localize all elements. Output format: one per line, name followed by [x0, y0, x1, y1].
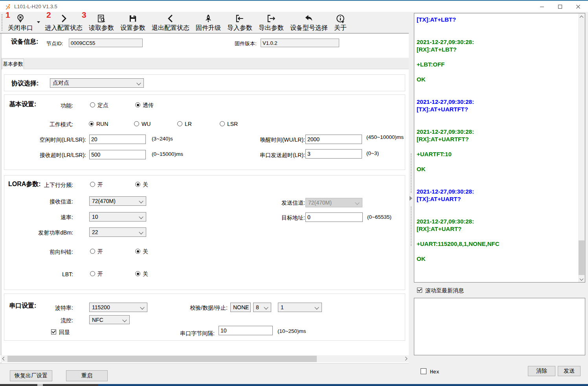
radio-mode-wu[interactable]	[134, 121, 139, 126]
radio-mode-lr[interactable]	[177, 121, 182, 126]
window-title: L101-L-H20 V1.3.5	[14, 4, 57, 9]
echo-checkbox[interactable]	[51, 329, 56, 334]
target-addr-field[interactable]	[305, 212, 363, 222]
log-line	[417, 158, 577, 165]
target-addr-hint: (0~65535)	[367, 214, 391, 220]
splitter-grip	[411, 207, 412, 246]
scroll-down-arrow[interactable]	[578, 275, 585, 282]
toolbar-set-params-button[interactable]: 设置参数	[117, 12, 149, 32]
log-line	[417, 90, 577, 98]
toolbar-firmware-upgrade-button[interactable]: 固件升级	[193, 12, 224, 32]
rate-select[interactable]: 10	[89, 212, 146, 222]
radio-fixed-point[interactable]	[90, 102, 95, 107]
flow-select[interactable]: NFC	[89, 315, 130, 324]
stopbits-select[interactable]: 1	[278, 303, 322, 312]
restart-button[interactable]: 重启	[66, 370, 108, 381]
log-line: [TX]:AT+UARTFT?	[417, 105, 577, 113]
log-line	[417, 233, 577, 240]
log-line	[417, 83, 577, 90]
baud-label: 波特率:	[16, 305, 73, 312]
maximize-button[interactable]	[551, 2, 569, 12]
scroll-left-arrow[interactable]	[1, 355, 7, 362]
radio-mode-run[interactable]	[89, 121, 94, 126]
clear-button[interactable]: 清除	[528, 366, 555, 376]
log-line: +UART:115200,8,1,NONE,NFC	[417, 240, 577, 247]
rx-timeout-label: 接收超时(LR/LSR):	[4, 152, 86, 159]
send-input[interactable]	[414, 298, 585, 355]
horizontal-scrollbar-thumb[interactable]	[7, 356, 317, 362]
autoscroll-checkbox[interactable]	[417, 288, 422, 293]
toolbar-grip[interactable]	[2, 14, 4, 31]
radio-mode-lsr-label: LSR	[227, 121, 238, 127]
toolbar-read-params-button[interactable]: 读取参数	[86, 12, 117, 32]
annotation-3: 3	[82, 10, 86, 20]
updown-split-label: 上下行分频:	[16, 182, 73, 189]
byte-interval-field[interactable]	[219, 326, 273, 335]
about-dropdown-caret[interactable]	[341, 21, 344, 23]
radio-lbt-on[interactable]	[90, 271, 95, 276]
toolbar-device-model-button[interactable]: 设备型号选择	[287, 12, 331, 32]
node-id-field[interactable]	[69, 39, 143, 47]
taskbar-sliver	[98, 384, 588, 386]
radio-mode-wu-label: WU	[141, 121, 151, 127]
toolbar-export-params-button[interactable]: 导出参数	[255, 12, 287, 32]
radio-fec-on[interactable]	[90, 249, 95, 254]
send-button[interactable]: 发送	[558, 366, 581, 376]
radio-lbt-off[interactable]	[135, 271, 140, 276]
protocol-select[interactable]: 点对点	[50, 78, 144, 88]
close-button[interactable]	[569, 2, 587, 12]
splitter-grip	[411, 153, 412, 193]
scroll-up-arrow[interactable]	[578, 14, 585, 21]
radio-transparent[interactable]	[135, 102, 140, 107]
databits-select[interactable]: 8	[253, 303, 271, 312]
radio-mode-lsr[interactable]	[220, 121, 225, 126]
uart-send-timeout-field[interactable]	[305, 149, 362, 159]
serial-group: 串口设置: 波特率: 115200 校验/数据/停止: NONE 8 1 流控:…	[4, 294, 405, 341]
chevron-down-icon	[355, 200, 359, 205]
tx-power-select[interactable]: 22	[89, 227, 146, 237]
minimize-button[interactable]	[533, 2, 551, 12]
log-line	[417, 143, 577, 150]
tx-power-value: 22	[92, 229, 98, 235]
close-port-dropdown-caret[interactable]	[37, 21, 40, 23]
log-line	[417, 53, 577, 61]
target-addr-label: 目标地址:	[238, 214, 305, 222]
stopbits-value: 1	[281, 304, 284, 310]
horizontal-scrollbar[interactable]	[1, 355, 409, 362]
log-vertical-scrollbar[interactable]	[578, 13, 585, 282]
log-view[interactable]: [TX]:AT+LBT?2021-12-27,09:30:28:[RX]:AT+…	[414, 13, 585, 283]
baud-select[interactable]: 115200	[89, 303, 147, 312]
import-icon	[235, 13, 245, 24]
radio-lbt-on-label: 开	[97, 271, 103, 278]
toolbar-exit-config-button[interactable]: 退出配置状态	[149, 12, 193, 32]
scroll-right-arrow[interactable]	[402, 355, 409, 362]
footer-bar: 恢复出厂设置 重启	[0, 363, 409, 384]
tab-basic-params[interactable]: 基本参数	[2, 59, 24, 69]
splitter-collapse-arrow-icon[interactable]	[410, 196, 412, 201]
radio-updown-on[interactable]	[90, 182, 95, 187]
hex-checkbox[interactable]	[421, 368, 426, 374]
panel-left-border	[1, 33, 1, 363]
toolbar-import-params-button[interactable]: 导入参数	[224, 12, 255, 32]
firmware-field[interactable]	[261, 39, 339, 47]
radio-updown-off[interactable]	[135, 182, 140, 187]
rx-timeout-field[interactable]	[89, 150, 146, 159]
idle-time-field[interactable]	[89, 135, 146, 144]
log-line	[417, 113, 577, 120]
log-line: [RX]:AT+UARTFT?	[417, 135, 577, 143]
panel-splitter[interactable]	[409, 12, 413, 384]
toolbar-about-button[interactable]: 关于	[331, 12, 350, 32]
log-line: +UARTFT:10	[417, 150, 577, 158]
toolbar: 关闭串口 进入配置状态 读取参数	[0, 12, 409, 33]
log-scrollbar-thumb[interactable]	[579, 240, 584, 275]
echo-label: 回显	[59, 329, 70, 336]
radio-fec-off[interactable]	[135, 249, 140, 254]
wake-time-field[interactable]	[305, 135, 362, 144]
autoscroll-label: 滚动至最新消息	[425, 287, 464, 294]
toolbar-label: 固件升级	[196, 24, 221, 32]
rx-channel-label: 接收信道:	[16, 198, 73, 205]
parity-select[interactable]: NONE	[230, 303, 251, 312]
rx-channel-select[interactable]: 72(470M)	[89, 196, 146, 206]
factory-reset-button[interactable]: 恢复出厂设置	[10, 370, 52, 381]
flow-value: NFC	[92, 317, 103, 323]
